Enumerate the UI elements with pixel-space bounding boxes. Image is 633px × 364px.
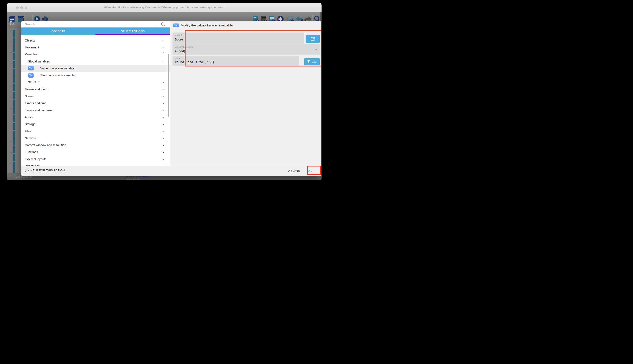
list-item-inventories[interactable]: Inventories⌄: [21, 162, 170, 166]
list-item-structure[interactable]: Structure⌄: [21, 79, 170, 86]
chevron-down-icon: ⌄: [162, 59, 165, 63]
chevron-down-icon: ⌄: [162, 38, 165, 42]
list-item-scene[interactable]: Scene⌄: [21, 93, 170, 100]
list-item-label: Layers and cameras: [25, 108, 52, 112]
list-item-movement[interactable]: Movement⌄: [21, 44, 170, 51]
list-item-timers-and-time[interactable]: Timers and time⌄: [21, 100, 170, 107]
panel-header: Var Modify the value of a scene variable…: [173, 24, 234, 27]
event-row-edge: [13, 123, 15, 130]
chevron-down-icon: ⌄: [162, 94, 165, 98]
search-input[interactable]: [25, 22, 159, 27]
list-item-label: Scene: [25, 94, 33, 98]
annotation-rectangle-form: [185, 30, 321, 66]
action-editor-dialog: OBJECTS OTHER ACTIONS Objects⌄Movement⌄V…: [21, 21, 321, 176]
event-row-edge: [13, 53, 15, 60]
chevron-down-icon: ⌄: [162, 80, 165, 84]
list-item-game-s-window-and-resolution[interactable]: Game's window and resolution⌄: [21, 142, 170, 148]
window-titlebar: GDevelop 5 - /Users/dkarakay/Documents/G…: [7, 3, 322, 12]
action-category-list: Objects⌄Movement⌄Variables⌃Global variab…: [21, 35, 170, 166]
list-item-value-of-a-scene-variable[interactable]: VarValue of a scene variable: [21, 65, 170, 72]
window-title: GDevelop 5 - /Users/dkarakay/Documents/G…: [104, 6, 225, 9]
list-item-label: Variables: [25, 53, 37, 56]
search-icon[interactable]: [161, 22, 165, 27]
list-scrollbar[interactable]: [168, 54, 169, 116]
event-row-edge: [13, 84, 15, 91]
list-item-functions[interactable]: Functions⌄: [21, 149, 170, 156]
help-button[interactable]: ? HELP FOR THIS ACTION: [25, 168, 65, 172]
list-item-layers-and-cameras[interactable]: Layers and cameras⌄: [21, 107, 170, 114]
list-item-objects[interactable]: Objects⌄: [21, 37, 170, 44]
event-condition-cell: [10, 131, 13, 142]
event-row-edge: [13, 162, 15, 169]
list-item-label: Objects: [25, 39, 35, 42]
event-condition-cell: [10, 153, 13, 164]
events-sheet-left-edge: [7, 26, 18, 173]
event-row-edge: [13, 76, 15, 84]
event-row-edge: [13, 61, 15, 68]
chevron-down-icon: ⌄: [162, 128, 165, 133]
close-window-icon[interactable]: [16, 6, 19, 9]
chevron-down-icon: ⌄: [162, 150, 165, 154]
event-row-edge: [13, 154, 15, 161]
chevron-down-icon: ⌄: [162, 87, 165, 91]
event-row-edge: [13, 146, 15, 153]
event-row-edge: [13, 30, 15, 37]
list-item-network[interactable]: Network⌄: [21, 134, 170, 142]
event-condition-cell: [10, 53, 13, 64]
help-icon: ?: [25, 168, 29, 172]
list-item-external-layouts[interactable]: External layouts⌄: [21, 156, 170, 162]
chevron-down-icon: ⌄: [162, 115, 165, 119]
event-condition-cell: [10, 64, 13, 75]
event-row-edge: [13, 131, 15, 138]
event-condition-cell: [10, 120, 13, 130]
action-title: Modify the value of a scene variable.: [181, 24, 234, 27]
var-icon: Var: [28, 73, 34, 78]
event-row-edge: [13, 138, 15, 146]
cancel-button[interactable]: CANCEL: [286, 168, 303, 174]
chevron-down-icon: ⌄: [162, 122, 165, 126]
event-condition-cell: [10, 142, 13, 153]
action-parameters-panel: Var Modify the value of a scene variable…: [170, 21, 321, 166]
event-row-edge: [13, 107, 15, 114]
help-button-label: HELP FOR THIS ACTION: [31, 169, 65, 172]
list-item-label: Files: [25, 130, 31, 133]
add-action-link[interactable]: Add action: [126, 178, 150, 180]
list-item-files[interactable]: Files⌄: [21, 128, 170, 134]
value-field-label: Value: [175, 57, 180, 60]
chevron-down-icon: ⌄: [162, 101, 165, 105]
screenshot-canvas: GDevelop 5 - /Users/dkarakay/Documents/G…: [0, 0, 329, 189]
zoom-window-icon[interactable]: [25, 6, 27, 9]
list-item-global-variables[interactable]: Global variables⌄: [21, 58, 170, 65]
list-item-label: Functions: [25, 150, 38, 154]
chevron-down-icon: ⌄: [162, 164, 165, 166]
sign-field-value: + (add): [175, 49, 185, 53]
event-row-edge: [13, 68, 15, 76]
event-row-edge: [13, 38, 15, 45]
list-item-storage[interactable]: Storage⌄: [21, 121, 170, 128]
event-row-edge: [13, 92, 15, 99]
tab-objects[interactable]: OBJECTS: [21, 28, 96, 35]
tab-other-actions[interactable]: OTHER ACTIONS: [96, 28, 170, 35]
dialog-footer: ? HELP FOR THIS ACTION CANCEL OK: [21, 166, 321, 176]
event-condition-cell: [10, 42, 13, 53]
list-item-label: Audio: [25, 116, 33, 119]
chevron-down-icon: ⌄: [162, 157, 165, 161]
annotation-rectangle-ok: [307, 166, 321, 175]
filter-icon[interactable]: [154, 23, 158, 26]
chevron-down-icon: ⌄: [162, 142, 165, 147]
minimize-window-icon[interactable]: [20, 6, 23, 9]
background-scene-tab-label: Sta: [10, 22, 14, 25]
chevron-down-icon: ⌄: [162, 45, 165, 49]
chevron-down-icon: ⌄: [162, 108, 165, 112]
var-icon: Var: [28, 66, 34, 70]
search-bar: [21, 21, 170, 28]
list-item-string-of-a-scene-variable[interactable]: VarString of a scene variable: [21, 72, 170, 79]
list-item-mouse-and-touch[interactable]: Mouse and touch⌄: [21, 86, 170, 93]
list-item-variables[interactable]: Variables⌃: [21, 51, 170, 58]
gdevelop-window: GDevelop 5 - /Users/dkarakay/Documents/G…: [7, 3, 322, 180]
event-condition-cell: [10, 30, 13, 42]
list-item-audio[interactable]: Audio⌄: [21, 114, 170, 120]
list-item-label: Structure: [28, 80, 40, 84]
action-chooser-panel: OBJECTS OTHER ACTIONS Objects⌄Movement⌄V…: [21, 21, 170, 166]
event-condition-cell: [10, 108, 13, 119]
